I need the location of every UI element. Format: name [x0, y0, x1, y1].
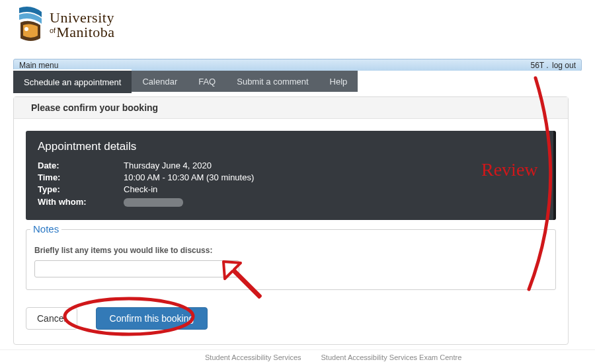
- logo-text: University ofManitoba: [50, 11, 115, 40]
- logo-line1: University: [50, 11, 115, 25]
- appt-date-label: Date:: [38, 160, 124, 172]
- confirm-booking-button[interactable]: Confirm this booking: [96, 307, 208, 330]
- appt-with-label: With whom:: [38, 196, 124, 208]
- appt-time-value: 10:00 AM - 10:30 AM (30 minutes): [124, 172, 254, 184]
- appt-time-label: Time:: [38, 172, 124, 184]
- logout-link[interactable]: log out: [552, 61, 576, 70]
- tab-schedule[interactable]: Schedule an appointment: [13, 69, 132, 93]
- appointment-details-panel: Appointment details Date: Thursday June …: [26, 131, 556, 220]
- notes-input[interactable]: [34, 260, 239, 277]
- notes-legend: Notes: [30, 223, 61, 235]
- appt-type-label: Type:: [38, 184, 124, 196]
- appt-with-value: [124, 196, 183, 208]
- redacted-name: [124, 198, 183, 207]
- nav-spacer: [358, 71, 582, 92]
- tab-submit-comment[interactable]: Submit a comment: [226, 71, 319, 92]
- tab-calendar[interactable]: Calendar: [132, 71, 188, 92]
- logo-of: of: [50, 26, 56, 34]
- card-header: Please confirm your booking: [14, 97, 568, 119]
- logo-mark-icon: [17, 5, 44, 45]
- logo-line2: Manitoba: [56, 24, 114, 40]
- notes-label: Briefly list any items you would like to…: [34, 246, 547, 255]
- tab-help[interactable]: Help: [319, 71, 358, 92]
- main-menu-link[interactable]: Main menu: [19, 61, 58, 70]
- svg-point-0: [24, 27, 28, 31]
- appointment-details-title: Appointment details: [38, 140, 541, 153]
- footer-link-1[interactable]: Student Accessibility Services: [205, 353, 301, 361]
- cancel-button[interactable]: Cancel: [26, 307, 77, 330]
- button-row: Cancel Confirm this booking: [26, 307, 556, 330]
- footer: Student Accessibility Services Student A…: [0, 349, 595, 364]
- separator: .: [546, 61, 548, 70]
- appt-type-value: Check-in: [124, 184, 157, 196]
- tab-faq[interactable]: FAQ: [188, 71, 226, 92]
- confirm-booking-card: Please confirm your booking Appointment …: [13, 96, 569, 345]
- institution-logo: University ofManitoba: [17, 5, 115, 45]
- appt-date-value: Thursday June 4, 2020: [124, 160, 212, 172]
- main-nav: Schedule an appointment Calendar FAQ Sub…: [13, 71, 582, 92]
- footer-link-2[interactable]: Student Accessibility Services Exam Cent…: [321, 353, 462, 361]
- user-code: 56T: [530, 61, 543, 70]
- notes-fieldset: Notes Briefly list any items you would l…: [26, 229, 556, 290]
